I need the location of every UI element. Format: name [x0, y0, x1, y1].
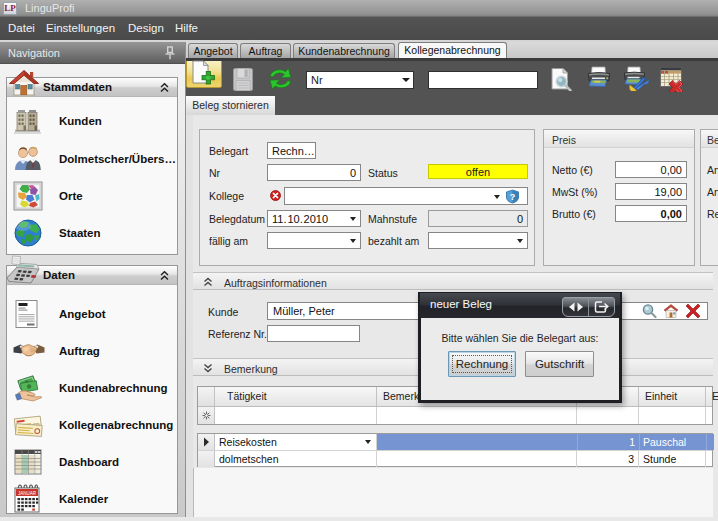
- svg-text:JANUAR: JANUAR: [18, 490, 37, 495]
- svg-text:?: ?: [510, 192, 516, 202]
